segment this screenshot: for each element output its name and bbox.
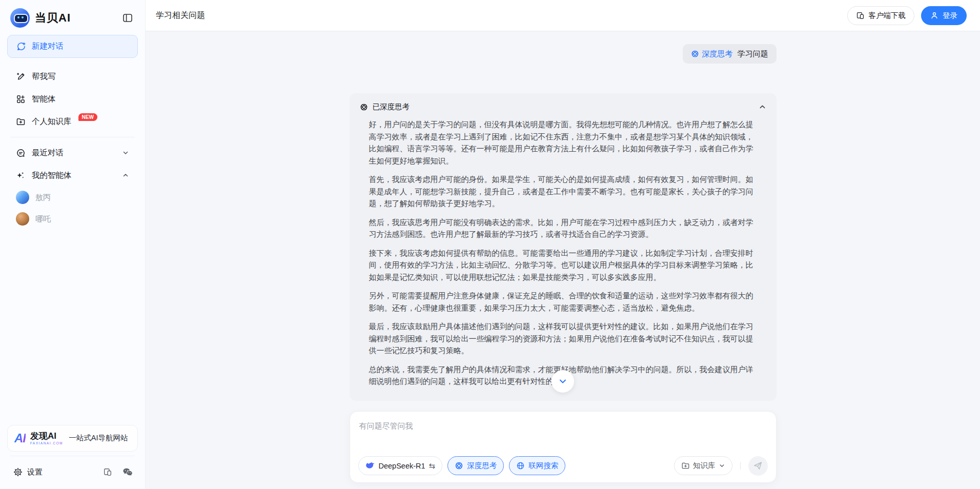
composer-card: DeepSeek-R1 ⇆ 深度思考	[350, 411, 777, 483]
client-download-button[interactable]: 客户端下载	[847, 6, 915, 25]
sparkles-icon	[16, 171, 26, 180]
sidebar-item-agents[interactable]: 智能体	[7, 88, 138, 110]
sidebar-divider	[10, 456, 135, 456]
new-badge: NEW	[78, 113, 97, 121]
client-download-label: 客户端下载	[869, 11, 906, 21]
agent-item-nezha[interactable]: 哪吒	[7, 208, 138, 230]
promo-tagline: 一站式AI导航网站	[69, 433, 128, 443]
model-selector[interactable]: DeepSeek-R1 ⇆	[358, 456, 443, 475]
folder-icon	[681, 461, 690, 470]
message-input[interactable]	[359, 421, 767, 430]
scroll-to-bottom-button[interactable]	[552, 370, 574, 393]
gear-icon[interactable]	[13, 467, 23, 477]
send-button[interactable]	[748, 456, 768, 476]
thinking-paragraph: 好，用户问的是关于学习的问题，但没有具体说明是哪方面。我得先想想可能的几种情况。…	[369, 118, 759, 167]
login-button[interactable]: 登录	[921, 6, 967, 25]
thinking-paragraph: 接下来，我应该考虑如何提供有帮助的信息。可能需要给出一些通用的学习建议，比如制定…	[369, 247, 759, 283]
sidebar-item-knowledge-base[interactable]: 个人知识库 NEW	[7, 110, 138, 133]
avatar	[16, 212, 29, 226]
thinking-panel-header[interactable]: 已深度思考	[350, 93, 777, 116]
devices-icon[interactable]	[103, 467, 112, 477]
app-window: 当贝AI 新建对话 帮我写	[0, 0, 980, 489]
deep-think-label: 深度思考	[467, 461, 497, 471]
thinking-paragraph: 最后，我应该鼓励用户具体描述他们遇到的问题，这样我可以提供更针对性的建议。比如，…	[369, 320, 759, 357]
settings-row: 设置	[7, 460, 138, 484]
sidebar-item-label: 个人知识库	[32, 116, 72, 127]
new-chat-button[interactable]: 新建对话	[7, 35, 138, 58]
pencil-icon	[16, 72, 26, 82]
web-search-label: 联网搜索	[528, 461, 558, 471]
model-name: DeepSeek-R1	[379, 462, 425, 470]
grid-plus-icon	[16, 94, 26, 104]
deep-think-icon	[455, 461, 463, 470]
logo-row: 当贝AI	[7, 7, 138, 29]
thinking-text: 好，用户问的是关于学习的问题，但没有具体说明是哪方面。我得先想想可能的几种情况。…	[350, 116, 777, 388]
page-title: 学习相关问题	[156, 10, 205, 21]
promo-domain: FAXIANAI.COM	[30, 442, 63, 445]
agent-name: 哪吒	[35, 214, 51, 224]
deep-think-icon	[691, 50, 699, 58]
sidebar-item-help-me-write[interactable]: 帮我写	[7, 65, 138, 88]
chevron-up-icon	[122, 172, 129, 179]
promo-brand-name: 发现AI	[30, 432, 63, 440]
sidebar-section-my-agents[interactable]: 我的智能体	[7, 164, 138, 187]
deep-thinking-panel: 已深度思考 好，用户问的是关于学习的问题，但没有具体说明是哪方面。我得先想想可能…	[350, 93, 777, 401]
sidebar: 当贝AI 新建对话 帮我写	[0, 0, 146, 489]
sidebar-divider	[10, 137, 135, 137]
deepseek-whale-icon	[365, 462, 375, 470]
devices-icon	[856, 11, 865, 20]
collapse-chevron-up-icon[interactable]	[759, 103, 766, 111]
agent-item-aobing[interactable]: 敖丙	[7, 187, 138, 208]
new-chat-label: 新建对话	[32, 41, 64, 52]
user-message-tag: 深度思考	[702, 49, 733, 59]
app-title: 当贝AI	[35, 10, 71, 26]
model-swap-icon: ⇆	[429, 461, 436, 471]
sidebar-bottom: AI 发现AI FAXIANAI.COM 一站式AI导航网站	[7, 425, 138, 484]
thinking-header-label: 已深度思考	[373, 102, 410, 112]
chat-content: 深度思考 学习问题 已深度思考	[146, 31, 980, 489]
agent-name: 敖丙	[35, 193, 51, 202]
globe-icon	[516, 461, 525, 470]
chevron-down-icon	[719, 462, 725, 469]
sidebar-item-label: 智能体	[32, 94, 56, 105]
deep-think-toggle[interactable]: 深度思考	[447, 456, 504, 475]
knowledge-base-label: 知识库	[693, 461, 716, 471]
topbar: 学习相关问题 客户端下载 登录	[146, 0, 980, 31]
section-label: 最近对话	[32, 148, 64, 158]
composer-divider	[740, 462, 741, 470]
settings-label[interactable]: 设置	[27, 467, 43, 477]
thinking-paragraph: 然后，我应该思考用户可能没有明确表达的需求。比如，用户可能在学习过程中感到压力大…	[369, 216, 759, 240]
chat-bubble-icon	[16, 148, 26, 158]
dangbei-ai-logo-icon	[10, 8, 30, 28]
thinking-paragraph: 另外，可能需要提醒用户注意身体健康，保证充足的睡眠、合理的饮食和适量的运动，这些…	[369, 290, 759, 314]
avatar	[16, 191, 29, 204]
sidebar-section-recent-chats[interactable]: 最近对话	[7, 141, 138, 164]
chat-plus-icon	[16, 42, 26, 51]
chevron-down-icon	[122, 149, 129, 156]
knowledge-base-selector[interactable]: 知识库	[674, 456, 732, 475]
deep-think-icon	[360, 103, 368, 111]
user-message-text: 学习问题	[738, 49, 768, 59]
faxian-ai-promo-card[interactable]: AI 发现AI FAXIANAI.COM 一站式AI导航网站	[7, 425, 138, 452]
sidebar-collapse-icon[interactable]	[120, 11, 135, 25]
login-label: 登录	[943, 11, 957, 21]
thinking-paragraph: 首先，我应该考虑用户可能的身份。如果是学生，可能关心的是如何提高成绩，如何有效复…	[369, 173, 759, 210]
folder-plus-icon	[16, 117, 26, 127]
web-search-toggle[interactable]: 联网搜索	[509, 456, 565, 475]
user-icon	[930, 11, 938, 19]
main-area: 学习相关问题 客户端下载 登录	[146, 0, 980, 489]
section-label: 我的智能体	[32, 170, 72, 181]
faxian-ai-logo-icon: AI	[14, 432, 26, 444]
wechat-icon[interactable]	[122, 467, 133, 477]
sidebar-item-label: 帮我写	[32, 71, 56, 82]
user-message-bubble: 深度思考 学习问题	[683, 44, 777, 64]
